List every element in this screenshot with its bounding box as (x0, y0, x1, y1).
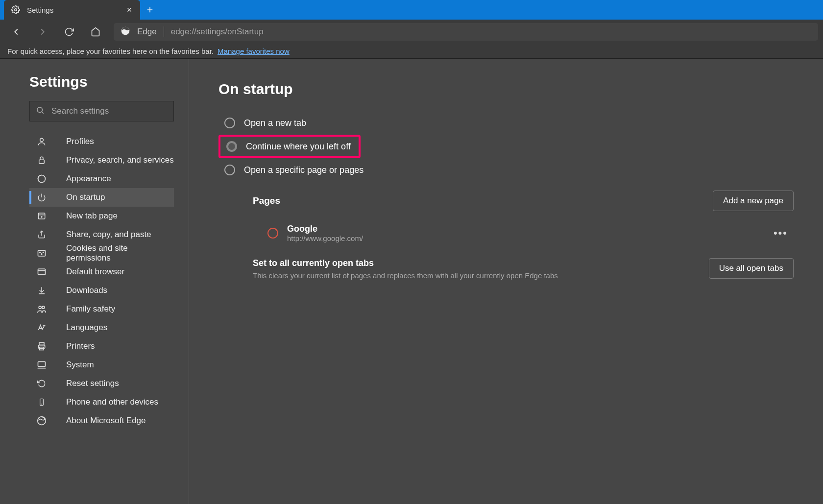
power-icon (36, 192, 47, 203)
search-settings-input[interactable]: Search settings (29, 101, 174, 121)
title-bar: Settings (0, 0, 823, 20)
tab-title: Settings (27, 6, 119, 14)
sidebar-item-label: Family safety (66, 304, 115, 314)
search-icon (36, 106, 45, 117)
sidebar-item-label: On startup (66, 192, 105, 202)
lock-icon (36, 155, 47, 166)
svg-point-25 (39, 306, 41, 309)
search-placeholder: Search settings (51, 106, 109, 116)
add-page-button[interactable]: Add a new page (713, 191, 794, 211)
sidebar-item-label: Privacy, search, and services (66, 155, 174, 165)
svg-rect-33 (40, 399, 44, 405)
radio-icon (224, 118, 235, 128)
plus-icon (145, 5, 154, 14)
sidebar-item-on-startup[interactable]: On startup (29, 188, 174, 207)
radio-icon (224, 165, 235, 175)
startup-radio-continue-where-you-left-off[interactable]: Continue where you left off (218, 135, 361, 158)
sidebar-item-new-tab-page[interactable]: New tab page (29, 207, 174, 225)
sidebar-item-label: New tab page (66, 211, 118, 221)
home-button[interactable] (84, 21, 107, 43)
share-icon (36, 229, 47, 240)
svg-point-26 (42, 306, 45, 309)
browser-tab[interactable]: Settings (4, 0, 140, 20)
sidebar-item-label: System (66, 360, 94, 370)
appearance-icon (36, 173, 47, 184)
reset-icon (36, 378, 47, 389)
sidebar-item-reset-settings[interactable]: Reset settings (29, 374, 174, 393)
favorites-bar: For quick access, place your favorites h… (0, 44, 823, 59)
sidebar-item-languages[interactable]: Languages (29, 318, 174, 337)
sidebar-item-appearance[interactable]: Appearance (29, 169, 174, 188)
addressbar-url: edge://settings/onStartup (171, 27, 264, 37)
svg-point-0 (15, 9, 17, 11)
main-panel: On startup Open a new tabContinue where … (189, 59, 823, 504)
sidebar-item-profiles[interactable]: Profiles (29, 132, 174, 151)
sidebar-item-default-browser[interactable]: Default browser (29, 263, 174, 281)
cookies-icon (36, 248, 47, 259)
refresh-button[interactable] (58, 21, 80, 43)
svg-point-8 (40, 138, 44, 142)
sidebar-item-label: Printers (66, 341, 95, 351)
svg-line-7 (42, 112, 43, 113)
pages-heading: Pages (253, 195, 280, 206)
svg-rect-9 (39, 160, 45, 164)
set-all-description: This clears your current list of pages a… (253, 271, 558, 280)
sidebar-item-phone-and-other-devices[interactable]: Phone and other devices (29, 393, 174, 411)
sidebar-item-label: About Microsoft Edge (66, 416, 146, 426)
sidebar-item-cookies-and-site-permissions[interactable]: Cookies and site permissions (29, 244, 174, 263)
printer-icon (36, 341, 47, 352)
addressbar-divider (164, 26, 164, 37)
sidebar-item-system[interactable]: System (29, 356, 174, 374)
sidebar-item-family-safety[interactable]: Family safety (29, 300, 174, 318)
startup-radio-open-a-specific-page-or-pages[interactable]: Open a specific page or pages (218, 158, 794, 182)
page-title: On startup (218, 81, 794, 97)
page-entry-title: Google (287, 224, 363, 234)
edge-icon (36, 415, 47, 426)
radio-label: Open a specific page or pages (244, 165, 363, 175)
use-all-tabs-button[interactable]: Use all open tabs (709, 258, 794, 279)
close-tab-button[interactable] (126, 6, 133, 13)
sidebar-item-about-microsoft-edge[interactable]: About Microsoft Edge (29, 411, 174, 430)
svg-point-6 (37, 107, 43, 113)
sidebar-item-label: Languages (66, 323, 107, 333)
more-options-button[interactable]: ••• (774, 227, 788, 240)
svg-point-18 (40, 252, 41, 253)
edge-logo-icon (121, 26, 130, 38)
download-icon (36, 285, 47, 296)
sidebar-item-label: Downloads (66, 286, 107, 295)
address-bar[interactable]: Edge edge://settings/onStartup (114, 23, 818, 41)
settings-sidebar: Settings Search settings ProfilesPrivacy… (0, 59, 189, 504)
radio-label: Continue where you left off (246, 142, 351, 152)
sidebar-item-label: Reset settings (66, 379, 119, 388)
sidebar-title: Settings (0, 73, 189, 90)
svg-point-20 (43, 252, 44, 253)
svg-rect-31 (38, 361, 46, 366)
back-button[interactable] (5, 21, 27, 43)
google-favicon-icon (267, 228, 278, 239)
startup-radio-open-a-new-tab[interactable]: Open a new tab (218, 111, 794, 135)
sidebar-item-label: Share, copy, and paste (66, 230, 151, 240)
svg-point-19 (41, 254, 42, 255)
toolbar: Edge edge://settings/onStartup (0, 20, 823, 44)
favorites-hint: For quick access, place your favorites h… (7, 47, 214, 55)
new-tab-button[interactable] (140, 0, 160, 20)
gear-icon (11, 5, 20, 14)
page-entry-url: http://www.google.com/ (287, 234, 363, 242)
page-entry: Googlehttp://www.google.com/••• (253, 221, 794, 252)
default-browser-icon (36, 266, 47, 277)
sidebar-item-label: Cookies and site permissions (66, 243, 174, 263)
addressbar-label: Edge (137, 27, 157, 37)
sidebar-item-printers[interactable]: Printers (29, 337, 174, 356)
forward-button[interactable] (31, 21, 54, 43)
svg-rect-21 (38, 269, 46, 275)
sidebar-item-downloads[interactable]: Downloads (29, 281, 174, 300)
system-icon (36, 360, 47, 370)
sidebar-item-label: Appearance (66, 174, 111, 184)
family-icon (36, 304, 47, 314)
set-all-heading: Set to all currently open tabs (253, 258, 558, 268)
manage-favorites-link[interactable]: Manage favorites now (218, 47, 290, 55)
sidebar-item-privacy-search-and-services[interactable]: Privacy, search, and services (29, 151, 174, 169)
profile-icon (36, 136, 47, 147)
phone-icon (36, 397, 47, 408)
sidebar-item-share-copy-and-paste[interactable]: Share, copy, and paste (29, 225, 174, 244)
